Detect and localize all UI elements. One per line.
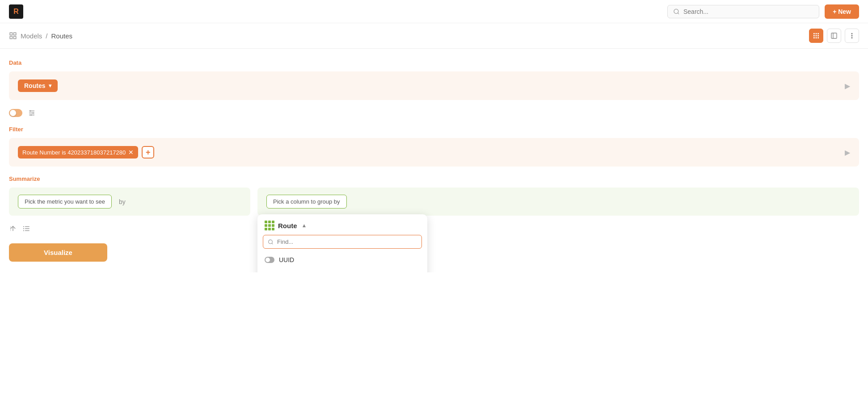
by-label: by [119,198,126,205]
svg-rect-10 [816,35,817,37]
svg-point-45 [23,230,24,231]
route-number-icon: Aa [265,272,271,272]
grid-view-icon [813,32,820,39]
svg-point-18 [851,35,852,36]
detail-view-icon [830,32,838,39]
svg-point-17 [851,33,852,34]
filter-section: Filter Route Number is 42023371803721728… [9,126,859,167]
view-switcher [809,29,859,43]
svg-point-44 [23,228,24,229]
uuid-icon [265,257,274,263]
svg-point-19 [851,38,852,38]
sort-row [9,225,859,234]
svg-line-1 [678,13,679,14]
more-view-button[interactable] [845,29,859,43]
data-label: Data [9,59,859,66]
app-logo: R [9,4,23,19]
svg-rect-15 [831,33,837,38]
svg-rect-5 [14,37,16,39]
search-icon [673,8,680,15]
filter-panel: Route Number is 420233718037217280 ✕ + ▶ [9,138,859,167]
svg-point-23 [30,110,31,112]
group-by-dropdown: Route ▲ UUID [257,214,427,272]
data-icons-row [9,109,859,117]
svg-rect-14 [817,37,819,38]
models-icon [9,32,17,40]
group-by-button[interactable]: Pick a column to group by [266,195,347,209]
grid-options-icon [28,109,36,117]
dropdown-title: Route [278,222,297,230]
data-panel-arrow[interactable]: ▶ [845,82,850,90]
svg-rect-9 [813,35,815,37]
svg-line-27 [272,243,273,244]
dropdown-search-icon [268,239,274,245]
data-panel: Routes ▾ ▶ [9,71,859,100]
svg-rect-4 [10,37,12,39]
svg-point-24 [33,113,34,114]
sort-icon [9,225,17,233]
dropdown-chevron: ▲ [302,222,307,229]
search-input[interactable] [683,8,813,15]
add-filter-button[interactable]: + [142,146,154,159]
svg-rect-7 [816,33,817,34]
svg-rect-11 [817,35,819,37]
filter-tag: Route Number is 420233718037217280 ✕ [18,146,138,159]
dropdown-item-uuid[interactable]: UUID [257,252,427,267]
dropdown-search-input[interactable] [277,238,417,245]
search-bar[interactable] [667,5,819,18]
filter-panel-arrow[interactable]: ▶ [845,148,850,157]
data-section: Data Routes ▾ ▶ [9,59,859,100]
toggle-button[interactable] [9,109,22,117]
svg-point-0 [674,9,678,13]
grid-options-button[interactable] [28,109,36,117]
detail-view-button[interactable] [827,29,841,43]
routes-button[interactable]: Routes ▾ [18,79,58,92]
dropdown-header: Route ▲ [257,214,427,235]
metric-picker-button[interactable]: Pick the metric you want to see [18,195,112,209]
svg-rect-3 [14,33,16,35]
svg-rect-2 [10,33,12,35]
svg-rect-6 [813,33,815,34]
route-number-label: Route Number [276,271,316,272]
topbar: R + New [0,0,868,23]
summarize-label: Summarize [9,175,859,182]
svg-rect-13 [816,37,817,38]
summarize-section: Summarize Pick the metric you want to se… [9,175,859,216]
list-view-button[interactable] [22,225,30,234]
filter-tags: Route Number is 420233718037217280 ✕ + [18,146,154,159]
list-icon [22,225,30,233]
svg-rect-8 [817,33,819,34]
uuid-label: UUID [279,256,294,263]
more-icon [848,32,855,39]
dropdown-item-route-number[interactable]: Aa Route Number [257,267,427,272]
filter-label: Filter [9,126,859,133]
breadcrumb: Models / Routes [9,32,72,40]
svg-point-26 [269,240,273,244]
remove-filter-button[interactable]: ✕ [128,149,134,156]
sort-button[interactable] [9,225,17,234]
breadcrumb-bar: Models / Routes [0,23,868,49]
summarize-left-panel: Pick the metric you want to see by [9,188,250,216]
svg-point-43 [23,226,24,227]
visualize-button[interactable]: Visualize [9,243,107,262]
routes-chevron: ▾ [49,83,51,89]
new-button[interactable]: + New [825,4,859,19]
summarize-row: Pick the metric you want to see by Pick … [9,188,859,216]
dropdown-search[interactable] [263,235,422,249]
summarize-right-panel: Pick a column to group by Route ▲ [257,188,859,216]
svg-rect-12 [813,37,815,38]
main-content: Data Routes ▾ ▶ Filter Route Numbe [0,49,868,272]
grid-view-button[interactable] [809,29,823,43]
route-grid-icon [265,221,274,230]
svg-point-25 [30,114,32,116]
